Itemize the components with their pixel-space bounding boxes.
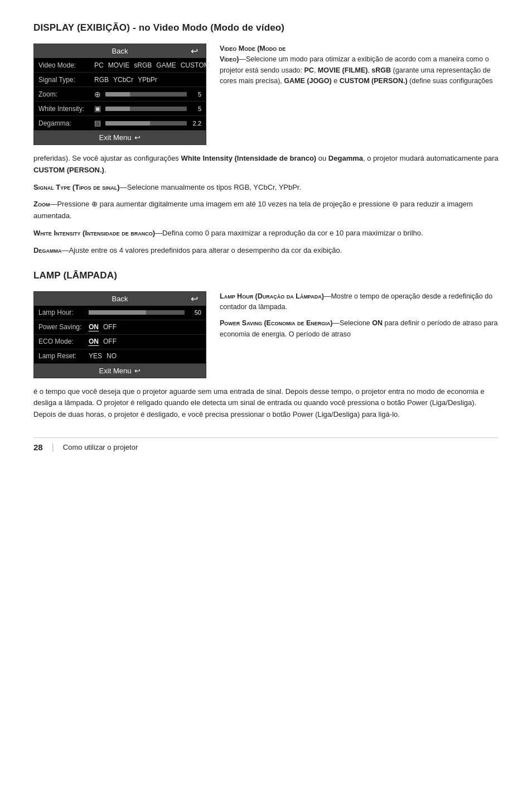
- zoom-row[interactable]: Zoom: ⊕ 5: [34, 87, 206, 102]
- white-intensity-row[interactable]: White Intensity: ▣ 5: [34, 102, 206, 116]
- signal-type-row[interactable]: Signal Type: RGB YCbCr YPbPr: [34, 73, 206, 87]
- zoom-slider-track[interactable]: [105, 92, 187, 97]
- lamp-back-label: Back: [112, 295, 128, 303]
- degamma-desc-text: —Ajuste entre os 4 valores predefinidos …: [61, 246, 342, 254]
- zoom-desc-text: —Pressione ⊕ para aumentar digitalmente …: [33, 200, 473, 220]
- eco-mode-label: ECO Mode:: [38, 338, 89, 345]
- page-number: 28: [33, 442, 43, 452]
- degamma-label: Degamma:: [38, 119, 94, 127]
- display-back-label: Back: [112, 47, 128, 55]
- video-mode-custom[interactable]: CUSTOM: [181, 61, 210, 69]
- signal-ycbcr[interactable]: YCbCr: [113, 76, 133, 84]
- white-intensity-desc-text: —Defina como 0 para maximizar a reproduç…: [155, 229, 423, 237]
- lamp-hour-label: Lamp Hour:: [38, 309, 89, 316]
- degamma-desc: Degamma—Ajuste entre os 4 valores predef…: [33, 245, 499, 257]
- power-saving-term: Power Saving (Economia de Energia): [220, 319, 332, 327]
- zoom-label: Zoom:: [38, 90, 94, 98]
- white-intensity-slider-fill: [105, 107, 130, 111]
- lamp-reset-no[interactable]: NO: [107, 352, 117, 360]
- footer-separator: |: [52, 442, 54, 453]
- lamp-hour-term: Lamp Hour (Duração da Lâmpada): [220, 292, 324, 300]
- zoom-term: Zoom: [33, 200, 50, 208]
- lamp-exit-label: Exit Menu: [99, 367, 132, 375]
- display-menu-footer: Exit Menu ↩: [34, 131, 206, 145]
- display-footer-enter-icon: ↩: [134, 133, 141, 142]
- lamp-section-title: LAMP (LÂMPADA): [33, 270, 499, 281]
- display-section-block: Back ↩ Video Mode: PC MOVIE sRGB GAME CU…: [33, 44, 499, 145]
- video-mode-desc-text: —Selecione um modo para otimizar a exibi…: [220, 55, 493, 85]
- eco-mode-row[interactable]: ECO Mode: ON OFF: [34, 335, 206, 349]
- white-intensity-label: White Intensity:: [38, 105, 94, 113]
- white-intensity-slider-row: ▣ 5: [94, 104, 201, 113]
- power-saving-off[interactable]: OFF: [103, 323, 117, 331]
- degamma-slider-track[interactable]: [105, 121, 187, 126]
- zoom-value: 5: [190, 91, 201, 98]
- display-description-col: Video Mode (Modo deVídeo)—Selecione um m…: [220, 44, 499, 145]
- lamp-hour-bar-container: 50: [89, 309, 201, 316]
- lamp-reset-yes[interactable]: YES: [89, 352, 102, 360]
- degamma-icon: ▤: [94, 119, 101, 127]
- video-mode-label: Video Mode:: [38, 61, 94, 69]
- video-mode-game[interactable]: GAME: [156, 61, 176, 69]
- signal-type-term: Signal Type (Tipos de sinal): [33, 183, 120, 191]
- eco-mode-on[interactable]: ON: [89, 338, 99, 346]
- white-intensity-value: 5: [190, 105, 201, 112]
- zoom-slider-row: ⊕ 5: [94, 90, 201, 99]
- display-body-text-1: preferidas). Se você ajustar as configur…: [33, 153, 499, 176]
- display-menu-header: Back ↩: [34, 44, 206, 58]
- display-exit-label: Exit Menu: [99, 133, 132, 142]
- signal-type-options: RGB YCbCr YPbPr: [94, 76, 201, 84]
- zoom-desc: Zoom—Pressione ⊕ para aumentar digitalme…: [33, 199, 499, 222]
- display-section-title: DISPLAY (EXIBIÇÃO) - no Video Modo (Modo…: [33, 22, 499, 33]
- lamp-menu-header: Back ↩: [34, 292, 206, 306]
- lamp-footer-enter-icon: ↩: [134, 367, 141, 375]
- display-menu-box: Back ↩ Video Mode: PC MOVIE sRGB GAME CU…: [33, 44, 206, 145]
- power-saving-row[interactable]: Power Saving: ON OFF: [34, 320, 206, 335]
- footer-text: Como utilizar o projetor: [63, 443, 138, 451]
- degamma-slider-fill: [105, 121, 150, 126]
- power-saving-label: Power Saving:: [38, 323, 89, 331]
- signal-ypbpr[interactable]: YPbPr: [138, 76, 157, 84]
- lamp-menu-box: Back ↩ Lamp Hour: 50 Power Saving: ON OF…: [33, 291, 206, 378]
- page-footer: 28 | Como utilizar o projetor: [33, 437, 499, 453]
- lamp-reset-options: YES NO: [89, 352, 201, 360]
- power-saving-options: ON OFF: [89, 323, 201, 331]
- eco-mode-options: ON OFF: [89, 338, 201, 346]
- display-header-enter-icon: ↩: [191, 46, 198, 56]
- power-saving-on[interactable]: ON: [89, 323, 99, 331]
- white-intensity-icon: ▣: [94, 104, 101, 113]
- lamp-menu-footer: Exit Menu ↩: [34, 364, 206, 378]
- lamp-reset-label: Lamp Reset:: [38, 352, 89, 360]
- zoom-slider-fill: [105, 92, 130, 97]
- video-mode-movie[interactable]: MOVIE: [108, 61, 130, 69]
- degamma-slider-row: ▤ 2.2: [94, 119, 201, 127]
- video-mode-desc: Video Mode (Modo deVídeo)—Selecione um m…: [220, 44, 499, 87]
- lamp-reset-row[interactable]: Lamp Reset: YES NO: [34, 349, 206, 364]
- lamp-header-enter-icon: ↩: [191, 293, 198, 304]
- video-mode-srgb[interactable]: sRGB: [134, 61, 152, 69]
- lamp-hour-value: 50: [188, 309, 201, 316]
- degamma-term: Degamma: [33, 246, 61, 254]
- lamp-hour-bar-fill: [89, 310, 146, 315]
- white-intensity-desc: White Intensity (Intensidade de branco)—…: [33, 228, 499, 239]
- signal-type-desc-text: —Selecione manualmente os tipos RGB, YCb…: [120, 183, 301, 191]
- lamp-body-text: é o tempo que você deseja que o projetor…: [33, 386, 499, 421]
- lamp-hour-desc: Lamp Hour (Duração da Lâmpada)—Mostre o …: [220, 291, 499, 313]
- signal-type-label: Signal Type:: [38, 76, 94, 84]
- degamma-row[interactable]: Degamma: ▤ 2.2: [34, 116, 206, 131]
- video-mode-row[interactable]: Video Mode: PC MOVIE sRGB GAME CUSTOM: [34, 58, 206, 73]
- degamma-value: 2.2: [190, 120, 201, 127]
- video-mode-options: PC MOVIE sRGB GAME CUSTOM: [94, 61, 209, 69]
- lamp-hour-bar-track: [89, 310, 185, 315]
- lamp-hour-row: Lamp Hour: 50: [34, 306, 206, 320]
- power-saving-desc: Power Saving (Economia de Energia)—Selec…: [220, 318, 499, 340]
- zoom-icon: ⊕: [94, 90, 101, 99]
- white-intensity-slider-track[interactable]: [105, 107, 187, 111]
- lamp-description-col: Lamp Hour (Duração da Lâmpada)—Mostre o …: [220, 291, 499, 378]
- video-mode-pc[interactable]: PC: [94, 61, 104, 69]
- signal-rgb[interactable]: RGB: [94, 76, 109, 84]
- signal-type-desc: Signal Type (Tipos de sinal)—Selecione m…: [33, 182, 499, 194]
- eco-mode-off[interactable]: OFF: [103, 338, 117, 345]
- white-intensity-term: White Intensity (Intensidade de branco): [33, 229, 155, 237]
- lamp-section-block: Back ↩ Lamp Hour: 50 Power Saving: ON OF…: [33, 291, 499, 378]
